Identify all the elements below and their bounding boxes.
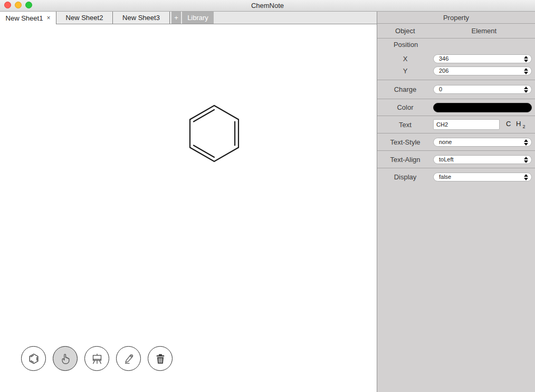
add-sheet-button[interactable]: +: [171, 12, 181, 24]
text-style-label: Text-Style: [377, 138, 433, 146]
hand-tool-button[interactable]: [53, 346, 78, 371]
y-label: Y: [377, 67, 433, 75]
text-align-value: toLeft: [439, 156, 454, 162]
pencil-tool-button[interactable]: [116, 346, 141, 371]
position-y-row: Y 206: [377, 66, 535, 75]
stepper-arrows-icon[interactable]: [524, 174, 528, 180]
x-value: 346: [439, 55, 448, 62]
display-select[interactable]: false: [433, 173, 532, 181]
easel-tool-button[interactable]: [84, 346, 109, 371]
chemnote-window: ChemNote New Sheet1 × New Sheet2 New She…: [0, 0, 535, 392]
charge-row: Charge 0: [377, 80, 535, 99]
text-label: Text: [377, 121, 433, 129]
position-section: Position X 346 Y 206: [377, 39, 535, 80]
charge-stepper[interactable]: 0: [433, 85, 532, 94]
hand-pointer-icon: [59, 352, 72, 366]
tab-close-icon[interactable]: ×: [46, 15, 50, 21]
text-style-select[interactable]: none: [433, 138, 532, 147]
tab-library[interactable]: Library: [182, 12, 214, 24]
title-bar: ChemNote: [0, 0, 535, 12]
color-label: Color: [377, 103, 433, 111]
text-row: Text C H2: [377, 116, 535, 133]
tab-label: New Sheet3: [122, 14, 160, 22]
drawing-canvas[interactable]: [0, 24, 377, 392]
stepper-arrows-icon[interactable]: [524, 68, 528, 74]
tab-label: New Sheet1: [6, 14, 43, 22]
display-label: Display: [377, 173, 433, 181]
color-row: Color: [377, 99, 535, 116]
y-stepper[interactable]: 206: [433, 66, 532, 75]
position-label: Position: [377, 39, 433, 51]
tab-new-sheet1[interactable]: New Sheet1 ×: [0, 12, 56, 24]
trash-tool-button[interactable]: [148, 346, 173, 371]
tab-new-sheet3[interactable]: New Sheet3: [113, 12, 170, 24]
position-x-row: X 346: [377, 54, 535, 63]
benzene-molecule[interactable]: [187, 103, 242, 165]
trash-icon: [154, 352, 167, 366]
display-value: false: [439, 174, 451, 180]
text-style-row: Text-Style none: [377, 133, 535, 151]
x-label: X: [377, 55, 433, 63]
tab-element[interactable]: Element: [433, 24, 535, 39]
window-title: ChemNote: [0, 0, 535, 12]
sheet-tab-bar: New Sheet1 × New Sheet2 New Sheet3 + Lib…: [0, 12, 377, 24]
text-style-value: none: [439, 139, 452, 145]
text-preview: C H2: [506, 120, 525, 129]
property-panel-title: Property: [377, 12, 535, 24]
benzene-icon: [27, 352, 41, 366]
stepper-arrows-icon[interactable]: [524, 87, 528, 93]
display-row: Display false: [377, 168, 535, 186]
text-align-select[interactable]: toLeft: [433, 155, 532, 164]
y-value: 206: [439, 68, 448, 74]
property-panel: Property Object Element Position X 346 Y: [377, 12, 535, 392]
color-swatch[interactable]: [433, 103, 532, 112]
charge-value: 0: [439, 86, 442, 92]
tab-object[interactable]: Object: [377, 24, 433, 39]
charge-label: Charge: [377, 85, 433, 93]
property-mode-tabs: Object Element: [377, 24, 535, 39]
tab-new-sheet2[interactable]: New Sheet2: [56, 12, 113, 24]
pencil-icon: [122, 352, 136, 366]
text-input[interactable]: [433, 119, 500, 130]
benzene-tool-button[interactable]: [21, 346, 46, 371]
x-stepper[interactable]: 346: [433, 54, 532, 63]
tab-label: New Sheet2: [66, 14, 103, 22]
easel-icon: [90, 352, 104, 366]
stepper-arrows-icon[interactable]: [524, 157, 528, 163]
stepper-arrows-icon[interactable]: [524, 139, 528, 146]
stepper-arrows-icon[interactable]: [524, 56, 528, 62]
text-align-row: Text-Align toLeft: [377, 151, 535, 168]
text-align-label: Text-Align: [377, 156, 433, 164]
